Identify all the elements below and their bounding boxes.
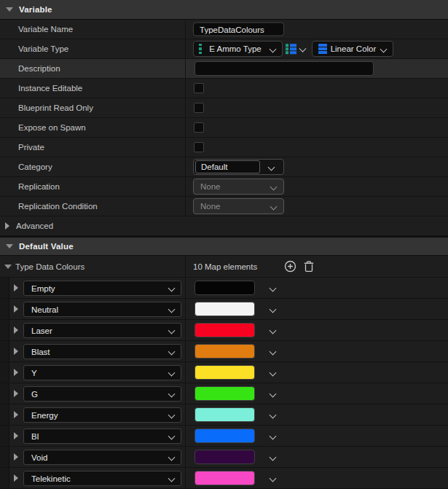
container-type-dropdown[interactable] <box>286 44 306 54</box>
expander-icon[interactable] <box>14 348 18 355</box>
row-category: Category Default <box>0 157 448 177</box>
row-indent <box>0 447 9 467</box>
replication-condition-dropdown: None <box>193 198 284 214</box>
color-swatch[interactable] <box>194 386 255 401</box>
row-advanced[interactable]: Advanced <box>0 216 448 236</box>
color-swatch[interactable] <box>194 281 255 295</box>
category-value[interactable]: Default <box>195 160 260 173</box>
map-element-row: Empty <box>0 278 448 299</box>
key-type-label: E Ammo Type <box>209 44 261 53</box>
description-input[interactable] <box>194 61 374 76</box>
blueprint-read-only-label: Blueprint Read Only <box>18 103 93 112</box>
section-title: Default Value <box>19 242 74 251</box>
category-combobox[interactable]: Default <box>193 159 284 175</box>
row-instance-editable: Instance Editable <box>0 79 448 98</box>
map-key-dropdown-label: Blast <box>31 348 50 356</box>
expander-icon[interactable] <box>14 305 18 313</box>
map-element-row: Bl <box>0 426 448 447</box>
value-type-dropdown[interactable]: Linear Color <box>312 41 393 57</box>
row-indent <box>0 468 9 488</box>
value-expand-chevron[interactable] <box>269 328 276 333</box>
map-element-row: Energy <box>0 404 448 426</box>
expander-icon[interactable] <box>14 432 18 439</box>
color-swatch[interactable] <box>194 302 255 316</box>
column-divider <box>185 447 186 467</box>
expander-icon[interactable] <box>14 390 18 397</box>
row-replication: Replication None <box>0 177 448 197</box>
map-key-dropdown[interactable]: Empty <box>23 281 181 296</box>
color-swatch[interactable] <box>194 429 255 443</box>
row-indent <box>0 341 9 361</box>
chevron-down-icon <box>270 204 277 209</box>
row-indent <box>0 362 9 383</box>
map-element-row: Laser <box>0 320 448 341</box>
map-key-dropdown[interactable]: Bl <box>23 429 181 444</box>
row-type-data-colours: Type Data Colours 10 Map elements <box>0 256 448 278</box>
private-checkbox[interactable] <box>194 142 204 152</box>
key-type-dropdown[interactable]: E Ammo Type <box>193 41 283 57</box>
value-expand-chevron[interactable] <box>269 455 276 460</box>
expose-on-spawn-label: Expose on Spawn <box>18 123 86 132</box>
map-key-dropdown-label: Telekinetic <box>31 474 71 483</box>
value-expand-chevron[interactable] <box>269 370 276 375</box>
map-element-row: Telekinetic <box>0 468 448 489</box>
color-swatch[interactable] <box>194 323 255 337</box>
value-expand-chevron[interactable] <box>269 307 276 312</box>
map-key-dropdown[interactable]: Neutral <box>23 302 181 317</box>
column-divider <box>185 383 186 404</box>
row-expose-on-spawn: Expose on Spawn <box>0 118 448 138</box>
section-header-variable[interactable]: Variable <box>0 0 448 20</box>
chevron-down-icon <box>168 328 175 333</box>
clear-elements-button[interactable] <box>302 260 315 273</box>
value-expand-chevron[interactable] <box>269 434 276 439</box>
variable-name-input[interactable] <box>193 23 284 36</box>
map-key-dropdown-label: G <box>31 390 38 399</box>
color-swatch[interactable] <box>194 471 255 485</box>
expander-icon[interactable] <box>14 369 18 376</box>
expander-icon[interactable] <box>14 326 18 334</box>
map-key-dropdown[interactable]: Telekinetic <box>23 471 181 486</box>
value-expand-chevron[interactable] <box>269 476 276 481</box>
map-key-dropdown[interactable]: Y <box>23 365 181 380</box>
instance-editable-checkbox[interactable] <box>194 83 204 93</box>
color-swatch[interactable] <box>194 407 255 422</box>
chevron-down-icon <box>168 455 175 460</box>
row-description: Description <box>0 59 448 79</box>
map-container-icon <box>286 44 296 54</box>
column-divider <box>185 20 186 39</box>
description-label: Description <box>18 64 60 73</box>
color-swatch[interactable] <box>194 365 255 380</box>
map-key-dropdown[interactable]: Energy <box>23 407 181 423</box>
value-expand-chevron[interactable] <box>269 391 276 396</box>
column-divider <box>185 404 186 425</box>
variable-name-label: Variable Name <box>18 25 73 34</box>
map-key-dropdown-label: Bl <box>31 432 39 441</box>
value-expand-chevron[interactable] <box>269 349 276 354</box>
add-element-button[interactable] <box>283 260 296 273</box>
map-element-row: Y <box>0 362 448 383</box>
section-title: Variable <box>19 5 52 14</box>
expander-icon[interactable] <box>14 284 18 292</box>
row-variable-name: Variable Name <box>0 20 448 39</box>
value-expand-chevron[interactable] <box>269 412 276 418</box>
expander-icon[interactable] <box>14 474 18 482</box>
expander-icon[interactable] <box>14 411 18 418</box>
blueprint-read-only-checkbox[interactable] <box>194 103 204 113</box>
color-swatch[interactable] <box>194 450 255 464</box>
chevron-down-icon <box>168 412 175 418</box>
expose-on-spawn-checkbox[interactable] <box>194 122 204 133</box>
column-divider <box>185 177 186 196</box>
section-header-default-value[interactable]: Default Value <box>0 238 448 256</box>
map-key-dropdown[interactable]: G <box>23 386 181 402</box>
map-key-dropdown[interactable]: Laser <box>23 323 181 338</box>
expander-icon[interactable] <box>14 453 18 461</box>
plus-circle-icon <box>284 260 296 273</box>
color-swatch[interactable] <box>194 344 255 359</box>
map-key-dropdown[interactable]: Blast <box>23 344 181 359</box>
map-key-dropdown[interactable]: Void <box>23 450 181 465</box>
replication-condition-value: None <box>200 202 221 211</box>
column-divider <box>185 299 186 319</box>
collapse-arrow-icon[interactable] <box>4 265 12 269</box>
value-expand-chevron[interactable] <box>269 286 276 291</box>
enum-pin-icon <box>199 44 202 55</box>
